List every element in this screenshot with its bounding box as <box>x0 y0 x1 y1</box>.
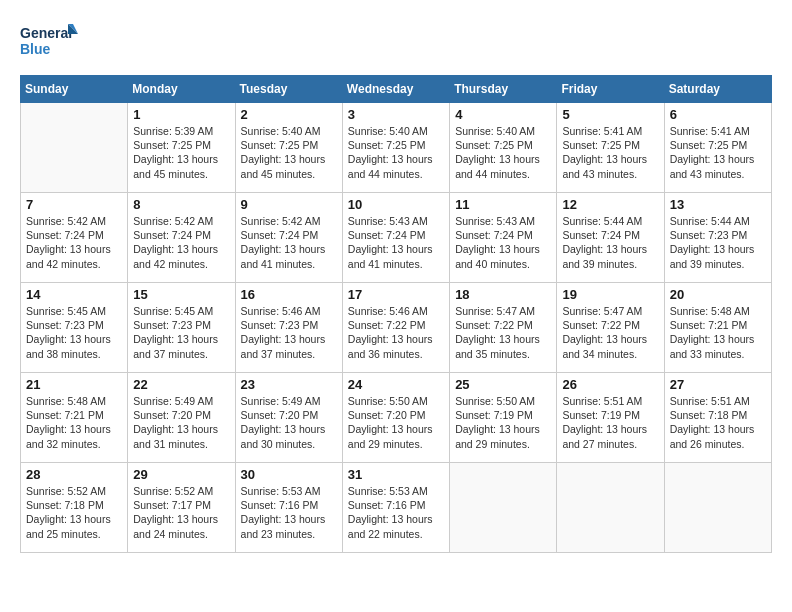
calendar-cell: 14Sunrise: 5:45 AM Sunset: 7:23 PM Dayli… <box>21 283 128 373</box>
calendar-cell: 3Sunrise: 5:40 AM Sunset: 7:25 PM Daylig… <box>342 103 449 193</box>
day-number: 3 <box>348 107 444 122</box>
day-info: Sunrise: 5:51 AM Sunset: 7:19 PM Dayligh… <box>562 394 658 451</box>
calendar-cell <box>450 463 557 553</box>
day-number: 4 <box>455 107 551 122</box>
day-number: 30 <box>241 467 337 482</box>
day-info: Sunrise: 5:45 AM Sunset: 7:23 PM Dayligh… <box>133 304 229 361</box>
day-info: Sunrise: 5:50 AM Sunset: 7:20 PM Dayligh… <box>348 394 444 451</box>
calendar-cell: 20Sunrise: 5:48 AM Sunset: 7:21 PM Dayli… <box>664 283 771 373</box>
logo: GeneralBlue <box>20 20 80 65</box>
calendar-cell: 13Sunrise: 5:44 AM Sunset: 7:23 PM Dayli… <box>664 193 771 283</box>
day-number: 9 <box>241 197 337 212</box>
calendar-cell: 23Sunrise: 5:49 AM Sunset: 7:20 PM Dayli… <box>235 373 342 463</box>
calendar-table: SundayMondayTuesdayWednesdayThursdayFrid… <box>20 75 772 553</box>
calendar-cell: 24Sunrise: 5:50 AM Sunset: 7:20 PM Dayli… <box>342 373 449 463</box>
calendar-cell: 16Sunrise: 5:46 AM Sunset: 7:23 PM Dayli… <box>235 283 342 373</box>
day-info: Sunrise: 5:44 AM Sunset: 7:23 PM Dayligh… <box>670 214 766 271</box>
calendar-cell: 2Sunrise: 5:40 AM Sunset: 7:25 PM Daylig… <box>235 103 342 193</box>
day-number: 19 <box>562 287 658 302</box>
calendar-week-2: 7Sunrise: 5:42 AM Sunset: 7:24 PM Daylig… <box>21 193 772 283</box>
day-info: Sunrise: 5:53 AM Sunset: 7:16 PM Dayligh… <box>241 484 337 541</box>
calendar-cell: 19Sunrise: 5:47 AM Sunset: 7:22 PM Dayli… <box>557 283 664 373</box>
calendar-cell: 31Sunrise: 5:53 AM Sunset: 7:16 PM Dayli… <box>342 463 449 553</box>
day-info: Sunrise: 5:53 AM Sunset: 7:16 PM Dayligh… <box>348 484 444 541</box>
day-info: Sunrise: 5:42 AM Sunset: 7:24 PM Dayligh… <box>26 214 122 271</box>
day-number: 13 <box>670 197 766 212</box>
day-number: 2 <box>241 107 337 122</box>
day-number: 26 <box>562 377 658 392</box>
day-number: 25 <box>455 377 551 392</box>
day-info: Sunrise: 5:50 AM Sunset: 7:19 PM Dayligh… <box>455 394 551 451</box>
calendar-cell: 6Sunrise: 5:41 AM Sunset: 7:25 PM Daylig… <box>664 103 771 193</box>
day-number: 15 <box>133 287 229 302</box>
calendar-cell: 8Sunrise: 5:42 AM Sunset: 7:24 PM Daylig… <box>128 193 235 283</box>
day-info: Sunrise: 5:52 AM Sunset: 7:17 PM Dayligh… <box>133 484 229 541</box>
header: GeneralBlue <box>20 20 772 65</box>
calendar-cell: 1Sunrise: 5:39 AM Sunset: 7:25 PM Daylig… <box>128 103 235 193</box>
day-info: Sunrise: 5:41 AM Sunset: 7:25 PM Dayligh… <box>562 124 658 181</box>
day-info: Sunrise: 5:43 AM Sunset: 7:24 PM Dayligh… <box>455 214 551 271</box>
day-info: Sunrise: 5:48 AM Sunset: 7:21 PM Dayligh… <box>26 394 122 451</box>
day-info: Sunrise: 5:48 AM Sunset: 7:21 PM Dayligh… <box>670 304 766 361</box>
header-sunday: Sunday <box>21 76 128 103</box>
svg-text:Blue: Blue <box>20 41 51 57</box>
day-info: Sunrise: 5:52 AM Sunset: 7:18 PM Dayligh… <box>26 484 122 541</box>
day-info: Sunrise: 5:46 AM Sunset: 7:23 PM Dayligh… <box>241 304 337 361</box>
calendar-header-row: SundayMondayTuesdayWednesdayThursdayFrid… <box>21 76 772 103</box>
header-monday: Monday <box>128 76 235 103</box>
calendar-cell: 11Sunrise: 5:43 AM Sunset: 7:24 PM Dayli… <box>450 193 557 283</box>
day-info: Sunrise: 5:42 AM Sunset: 7:24 PM Dayligh… <box>241 214 337 271</box>
header-friday: Friday <box>557 76 664 103</box>
day-info: Sunrise: 5:47 AM Sunset: 7:22 PM Dayligh… <box>455 304 551 361</box>
calendar-cell: 28Sunrise: 5:52 AM Sunset: 7:18 PM Dayli… <box>21 463 128 553</box>
day-number: 14 <box>26 287 122 302</box>
day-info: Sunrise: 5:40 AM Sunset: 7:25 PM Dayligh… <box>241 124 337 181</box>
calendar-cell <box>557 463 664 553</box>
day-number: 28 <box>26 467 122 482</box>
calendar-cell: 30Sunrise: 5:53 AM Sunset: 7:16 PM Dayli… <box>235 463 342 553</box>
calendar-week-1: 1Sunrise: 5:39 AM Sunset: 7:25 PM Daylig… <box>21 103 772 193</box>
day-info: Sunrise: 5:51 AM Sunset: 7:18 PM Dayligh… <box>670 394 766 451</box>
day-number: 11 <box>455 197 551 212</box>
day-number: 8 <box>133 197 229 212</box>
calendar-week-4: 21Sunrise: 5:48 AM Sunset: 7:21 PM Dayli… <box>21 373 772 463</box>
day-number: 5 <box>562 107 658 122</box>
calendar-cell: 4Sunrise: 5:40 AM Sunset: 7:25 PM Daylig… <box>450 103 557 193</box>
calendar-cell: 21Sunrise: 5:48 AM Sunset: 7:21 PM Dayli… <box>21 373 128 463</box>
day-number: 1 <box>133 107 229 122</box>
day-number: 31 <box>348 467 444 482</box>
calendar-cell: 5Sunrise: 5:41 AM Sunset: 7:25 PM Daylig… <box>557 103 664 193</box>
calendar-cell: 26Sunrise: 5:51 AM Sunset: 7:19 PM Dayli… <box>557 373 664 463</box>
logo-svg: GeneralBlue <box>20 20 80 65</box>
day-number: 27 <box>670 377 766 392</box>
header-saturday: Saturday <box>664 76 771 103</box>
calendar-cell: 10Sunrise: 5:43 AM Sunset: 7:24 PM Dayli… <box>342 193 449 283</box>
day-info: Sunrise: 5:49 AM Sunset: 7:20 PM Dayligh… <box>133 394 229 451</box>
day-number: 21 <box>26 377 122 392</box>
calendar-cell <box>664 463 771 553</box>
svg-text:General: General <box>20 25 72 41</box>
calendar-cell: 18Sunrise: 5:47 AM Sunset: 7:22 PM Dayli… <box>450 283 557 373</box>
day-info: Sunrise: 5:39 AM Sunset: 7:25 PM Dayligh… <box>133 124 229 181</box>
header-thursday: Thursday <box>450 76 557 103</box>
day-number: 16 <box>241 287 337 302</box>
calendar-cell: 7Sunrise: 5:42 AM Sunset: 7:24 PM Daylig… <box>21 193 128 283</box>
day-number: 24 <box>348 377 444 392</box>
day-info: Sunrise: 5:46 AM Sunset: 7:22 PM Dayligh… <box>348 304 444 361</box>
calendar-cell: 17Sunrise: 5:46 AM Sunset: 7:22 PM Dayli… <box>342 283 449 373</box>
calendar-cell: 29Sunrise: 5:52 AM Sunset: 7:17 PM Dayli… <box>128 463 235 553</box>
calendar-cell: 9Sunrise: 5:42 AM Sunset: 7:24 PM Daylig… <box>235 193 342 283</box>
day-info: Sunrise: 5:42 AM Sunset: 7:24 PM Dayligh… <box>133 214 229 271</box>
day-number: 20 <box>670 287 766 302</box>
day-number: 17 <box>348 287 444 302</box>
calendar-cell: 12Sunrise: 5:44 AM Sunset: 7:24 PM Dayli… <box>557 193 664 283</box>
day-number: 7 <box>26 197 122 212</box>
day-number: 12 <box>562 197 658 212</box>
calendar-cell: 15Sunrise: 5:45 AM Sunset: 7:23 PM Dayli… <box>128 283 235 373</box>
day-number: 6 <box>670 107 766 122</box>
day-number: 23 <box>241 377 337 392</box>
day-info: Sunrise: 5:44 AM Sunset: 7:24 PM Dayligh… <box>562 214 658 271</box>
calendar-cell <box>21 103 128 193</box>
calendar-cell: 27Sunrise: 5:51 AM Sunset: 7:18 PM Dayli… <box>664 373 771 463</box>
day-info: Sunrise: 5:43 AM Sunset: 7:24 PM Dayligh… <box>348 214 444 271</box>
